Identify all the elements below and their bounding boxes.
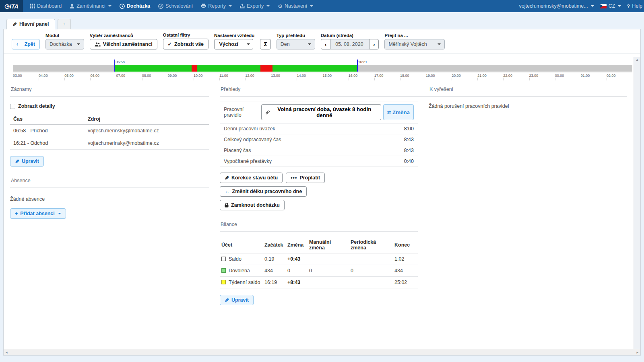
nav-menu: Dashboard Zaměstnanci Docházka Schvalová… <box>23 0 317 12</box>
user-menu[interactable]: vojtech.merinsky@mobatime... <box>519 3 594 9</box>
nav-item-dochazka[interactable]: Docházka <box>116 0 154 12</box>
timeline-marker-label: 16:21 <box>357 60 367 64</box>
edit-balance-button[interactable]: ✎ Upravit <box>220 295 254 305</box>
appearance-dropdown-toggle[interactable] <box>243 39 253 49</box>
tick-mark <box>297 78 297 80</box>
modul-value: Docházka <box>50 41 72 47</box>
date-prev-button[interactable]: ‹ <box>321 39 330 49</box>
tab-add-button[interactable]: + <box>58 19 71 29</box>
account-correction-button[interactable]: ✎Korekce stavu účtu <box>220 173 283 183</box>
chevron-down-icon <box>229 5 232 7</box>
people-icon <box>95 42 101 47</box>
tick-mark <box>142 78 142 80</box>
resolve-empty-text: Žádná porušení pracovních pravidel <box>429 103 627 109</box>
horizontal-scrollbar[interactable]: ◂ ▸ <box>4 349 640 355</box>
tick-mark <box>374 78 375 80</box>
table-row[interactable]: 16:21 - Odchod vojtech.merinsky@mobatime… <box>10 137 209 150</box>
chevron-down-icon <box>310 5 313 7</box>
tick-label: 21:00 <box>477 74 487 78</box>
nav-label: Dashboard <box>37 3 62 9</box>
table-row[interactable]: Dovolená 434 0 0 0 434 <box>220 265 418 277</box>
balance-periodic <box>349 277 393 288</box>
lock-attendance-button[interactable]: Zamknout docházku <box>220 200 285 210</box>
date-next-button[interactable]: › <box>369 39 379 49</box>
tab-main-panel[interactable]: ✎ Hlavní panel <box>6 19 55 29</box>
divider <box>220 96 429 97</box>
record-source: vojtech.merinsky@mobatime.cz <box>85 125 209 137</box>
tick-mark <box>555 78 555 80</box>
nav-item-reporty[interactable]: Reporty <box>197 0 236 12</box>
balance-manual: 0 <box>308 265 349 277</box>
nav-item-dashboard[interactable]: Dashboard <box>26 0 66 12</box>
nav-item-nastaveni[interactable]: ⚙ Nastavení <box>274 0 317 12</box>
divider <box>429 96 627 97</box>
timeline-marker <box>357 60 358 72</box>
help-button[interactable]: ? Help <box>627 3 642 9</box>
tick-mark <box>400 78 400 80</box>
balance-manual <box>308 277 349 288</box>
change-workday-length-button[interactable]: ↔Změnit délku pracovního dne <box>220 186 307 197</box>
check-circle-icon <box>158 4 163 9</box>
vertical-scrollbar[interactable]: ▲ <box>634 57 640 349</box>
tick-label: 10:00 <box>194 74 203 78</box>
absence-title: Absence <box>10 175 209 187</box>
printer-icon <box>201 4 206 8</box>
overview-actions: ✎Korekce stavu účtu •••Proplatit ↔Změnit… <box>220 173 373 210</box>
modul-select[interactable]: Docházka <box>45 39 84 49</box>
table-row[interactable]: 06:58 - Příchod vojtech.merinsky@mobatim… <box>10 125 209 137</box>
plus-icon: + <box>63 21 66 27</box>
goto-label: Přejít na ... <box>384 33 445 38</box>
date-value[interactable]: 05. 08. 2020 <box>330 39 369 49</box>
chevron-down-icon <box>438 43 441 45</box>
work-rule-button[interactable]: Volná pracovní doba, úvazek 8 hodin denn… <box>261 104 381 120</box>
payout-button[interactable]: •••Proplatit <box>286 173 325 183</box>
app-logo[interactable]: ◷iTA <box>0 0 23 12</box>
back-label: Zpět <box>25 41 35 47</box>
edit-records-button[interactable]: ✎ Upravit <box>10 156 44 167</box>
timeline-marker <box>114 60 115 72</box>
filters-button[interactable]: ✓Zobrazit vše <box>163 39 208 49</box>
table-row[interactable]: Saldo 0:19 +0:43 1:02 <box>220 253 418 265</box>
action-label: Proplatit <box>299 175 320 181</box>
absence-empty-text: Žádné absence <box>10 196 209 202</box>
chevron-left-icon: ‹ <box>17 41 18 47</box>
show-details-checkbox-row[interactable]: Zobrazit detaily <box>10 103 209 109</box>
goto-select[interactable]: Měřínský Vojtěch <box>384 39 445 49</box>
chevron-down-icon <box>618 5 621 7</box>
add-absence-button[interactable]: + Přidat absenci <box>10 208 66 219</box>
back-button[interactable]: ‹ Zpět <box>12 39 40 49</box>
appearance-label: Nastavení vzhledu <box>214 33 254 38</box>
change-rule-button[interactable]: ⇄ Změna <box>383 104 414 120</box>
timeline-segment-work <box>197 65 260 72</box>
tick-mark <box>116 78 116 80</box>
filters-value: Zobrazit vše <box>174 41 204 47</box>
employees-button[interactable]: Všichni zaměstnanci <box>90 39 157 49</box>
tick-label: 16:00 <box>349 74 358 78</box>
divider <box>10 187 209 188</box>
sum-button[interactable]: Σ <box>260 39 270 49</box>
balance-change: 0 <box>286 265 308 277</box>
nav-item-schvalovani[interactable]: Schvalování <box>154 0 197 12</box>
goto-value: Měřínský Vojtěch <box>388 41 427 47</box>
chevron-down-icon <box>108 5 111 7</box>
nav-item-zamestnanci[interactable]: Zaměstnanci <box>66 0 116 12</box>
sigma-icon: Σ <box>264 41 267 47</box>
dovolena-swatch <box>221 268 226 273</box>
timeline-track[interactable] <box>13 65 632 72</box>
language-selector[interactable]: CZ <box>600 3 621 9</box>
tydenni-saldo-swatch <box>221 280 226 284</box>
appearance-button[interactable]: Výchozí <box>214 39 243 49</box>
tick-label: 09:00 <box>168 74 177 78</box>
nav-label: Nastavení <box>285 3 307 9</box>
view-type-select[interactable]: Den <box>277 39 315 49</box>
overview-stats: Pracovní pravidlo Volná pracovní doba, ú… <box>220 101 418 167</box>
balance-start: 434 <box>263 265 286 277</box>
stat-row: Vypočítané přestávky0:40 <box>220 156 418 167</box>
language-code: CZ <box>609 3 615 9</box>
nav-item-exporty[interactable]: Exporty <box>236 0 274 12</box>
tick-mark <box>581 78 581 80</box>
grid-icon <box>30 4 35 8</box>
tick-mark <box>426 78 426 80</box>
show-details-checkbox[interactable] <box>10 104 15 109</box>
table-row[interactable]: Týdenní saldo 16:19 +8:43 25:02 <box>220 277 418 288</box>
